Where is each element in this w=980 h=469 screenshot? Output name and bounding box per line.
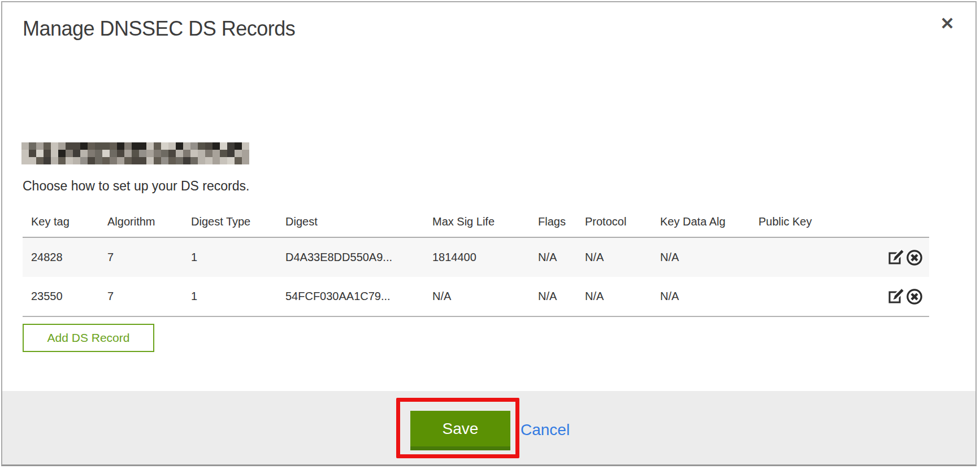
ds-records-table: Key tagAlgorithmDigest TypeDigestMax Sig… xyxy=(23,207,929,317)
cell-flags: N/A xyxy=(530,237,576,277)
redacted-domain-name xyxy=(21,142,249,164)
cell-key-tag: 24828 xyxy=(23,237,99,277)
table-row: 24828 7 1 D4A33E8DD550A9... 1814400 N/A … xyxy=(23,237,929,277)
table-row: 23550 7 1 54FCF030AA1C79... N/A N/A N/A … xyxy=(23,277,929,316)
edit-icon xyxy=(887,288,905,306)
cell-algorithm: 7 xyxy=(99,277,183,316)
delete-x-icon xyxy=(905,288,923,306)
column-header: Flags xyxy=(530,207,576,237)
delete-x-icon xyxy=(905,249,923,267)
dialog-footer: Save Cancel xyxy=(2,391,975,464)
column-header: Algorithm xyxy=(99,207,183,237)
column-header: Key Data Alg xyxy=(652,207,750,237)
delete-record-button[interactable] xyxy=(905,249,923,267)
column-header: Protocol xyxy=(576,207,652,237)
cancel-link[interactable]: Cancel xyxy=(521,420,570,440)
cell-key-data-alg: N/A xyxy=(652,277,750,316)
cell-public-key xyxy=(750,237,880,277)
cell-actions xyxy=(880,277,929,316)
column-header: Key tag xyxy=(23,207,99,237)
cell-digest: D4A33E8DD550A9... xyxy=(277,237,424,277)
delete-record-button[interactable] xyxy=(905,288,923,306)
column-header: Digest xyxy=(277,207,424,237)
add-ds-record-button[interactable]: Add DS Record xyxy=(23,324,154,352)
column-header: Digest Type xyxy=(183,207,277,237)
instruction-text: Choose how to set up your DS records. xyxy=(23,176,249,196)
cell-digest-type: 1 xyxy=(183,277,277,316)
save-button[interactable]: Save xyxy=(410,411,510,450)
cell-actions xyxy=(880,237,929,277)
edit-record-button[interactable] xyxy=(887,249,905,267)
cell-max-sig-life: 1814400 xyxy=(424,237,530,277)
edit-icon xyxy=(887,249,905,267)
cell-max-sig-life: N/A xyxy=(424,277,530,316)
cell-key-tag: 23550 xyxy=(23,277,99,316)
column-header: Max Sig Life xyxy=(424,207,530,237)
cell-public-key xyxy=(750,277,880,316)
column-header: Public Key xyxy=(750,207,880,237)
cell-protocol: N/A xyxy=(576,277,652,316)
cell-digest-type: 1 xyxy=(183,237,277,277)
dialog-title: Manage DNSSEC DS Records xyxy=(23,17,295,41)
edit-record-button[interactable] xyxy=(887,288,905,306)
cell-key-data-alg: N/A xyxy=(652,237,750,277)
close-icon: ✕ xyxy=(940,14,954,33)
cell-digest: 54FCF030AA1C79... xyxy=(277,277,424,316)
table-header-row: Key tagAlgorithmDigest TypeDigestMax Sig… xyxy=(23,207,929,237)
close-button[interactable]: ✕ xyxy=(936,12,959,35)
cell-protocol: N/A xyxy=(576,237,652,277)
cell-algorithm: 7 xyxy=(99,237,183,277)
manage-dnssec-dialog: Manage DNSSEC DS Records ✕ Choose how to… xyxy=(1,1,977,466)
annotation-highlight-box: Save xyxy=(396,398,519,458)
cell-flags: N/A xyxy=(530,277,576,316)
